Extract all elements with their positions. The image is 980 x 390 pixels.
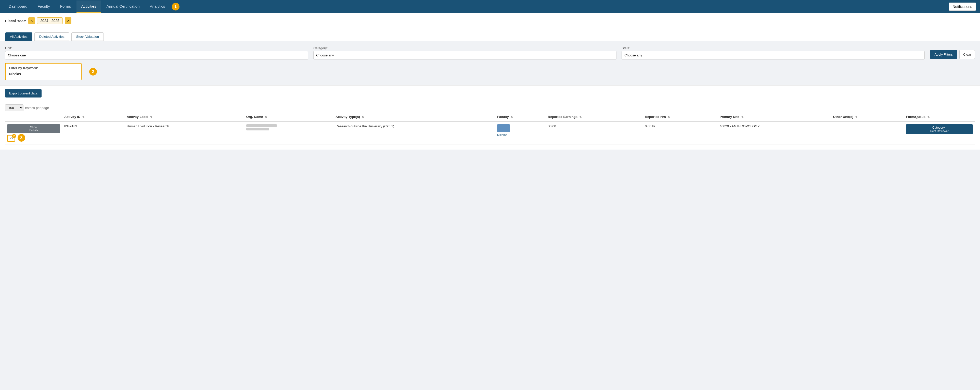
row-actions-cell: ShowDetails 🏷 2 3 [5,121,62,144]
row-form-queue: Category I Dept Reviewer [904,121,975,144]
sort-icon-activity-type[interactable]: ⇅ [362,116,364,118]
col-activity-type: Activity Type(s) ⇅ [334,112,495,121]
filter-actions: Apply Filters Clear [930,50,975,59]
filter-panel: Unit: Choose one Category: Choose any St… [0,41,980,86]
faculty-avatar [497,124,510,132]
nav-item-faculty[interactable]: Faculty [33,0,54,13]
category-filter-group: Category: Choose any [313,46,616,59]
row-activity-label: Human Evolution - Research [125,121,244,144]
activity-tabs: All Activities Deleted Activities Stock … [0,28,980,41]
entries-per-page-row: 10 25 50 100 entries per page [0,101,980,112]
category-select[interactable]: Choose any [313,51,616,59]
tag-icon: 🏷 [10,137,13,140]
nav-badge: 1 [172,3,180,10]
state-label: State: [622,46,925,50]
col-faculty: Faculty ⇅ [495,112,546,121]
category-label: Category: [313,46,616,50]
keyword-label: Filter by Keyword: [9,66,78,70]
entries-per-page-select[interactable]: 10 25 50 100 [5,104,24,111]
fiscal-year-bar: Fiscal Year: < 2024 - 2025 > [0,13,980,28]
apply-filters-button[interactable]: Apply Filters [930,50,957,59]
unit-label: Unit: [5,46,308,50]
sort-icon-primary-unit[interactable]: ⇅ [741,116,743,118]
show-details-button[interactable]: ShowDetails [7,124,60,133]
table-row: ShowDetails 🏷 2 3 8349 [5,121,975,144]
top-navigation: Dashboard Faculty Forms Activities Annua… [0,0,980,13]
col-form-queue: Form/Queue ⇅ [904,112,975,121]
tab-stock-valuation[interactable]: Stock Valuation [72,32,104,41]
col-reported-earnings: Reported Earnings ⇅ [546,112,643,121]
row-activity-id: 8349183 [62,121,125,144]
activities-table: Activity ID ⇅ Activity Label ⇅ Org. Name… [5,112,975,144]
col-activity-label: Activity Label ⇅ [125,112,244,121]
col-actions [5,112,62,121]
tag-count-badge: 2 [12,134,16,138]
state-select[interactable]: Choose any [622,51,925,59]
col-primary-unit: Primary Unit ⇅ [718,112,831,121]
sort-icon-activity-id[interactable]: ⇅ [82,116,84,118]
entries-per-page-label: entries per page [25,106,49,110]
row-faculty: Nicolas [495,121,546,144]
row-activity-type: Research outside the University (Cat. 1) [334,121,495,144]
sort-icon-faculty[interactable]: ⇅ [511,116,513,118]
sort-icon-org-name[interactable]: ⇅ [265,116,267,118]
toolbar: Export current data [0,86,980,101]
table-header-row: Activity ID ⇅ Activity Label ⇅ Org. Name… [5,112,975,121]
unit-select[interactable]: Choose one [5,51,308,59]
tag-button[interactable]: 🏷 2 [7,135,15,142]
fiscal-year-label: Fiscal Year: [5,19,26,23]
nav-item-forms[interactable]: Forms [56,0,76,13]
step2-badge: 2 [89,68,97,75]
sort-icon-other-units[interactable]: ⇅ [855,116,858,118]
row-reported-hrs: 0.00 hr [643,121,718,144]
sort-icon-activity-label[interactable]: ⇅ [150,116,152,118]
fiscal-prev-button[interactable]: < [28,18,35,24]
sort-icon-reported-hrs[interactable]: ⇅ [668,116,670,118]
nav-item-dashboard[interactable]: Dashboard [4,0,32,13]
nav-item-activities[interactable]: Activities [76,0,101,13]
keyword-input[interactable] [9,71,78,77]
fiscal-year-value: 2024 - 2025 [37,18,63,24]
nav-item-annual-certification[interactable]: Annual Certification [102,0,144,13]
unit-filter-group: Unit: Choose one [5,46,308,59]
sort-icon-reported-earnings[interactable]: ⇅ [579,116,582,118]
export-button[interactable]: Export current data [5,89,41,98]
tab-all-activities[interactable]: All Activities [5,32,32,41]
sort-icon-form-queue[interactable]: ⇅ [928,116,929,118]
col-other-units: Other Unit(s) ⇅ [831,112,904,121]
keyword-row: Filter by Keyword: 2 [5,63,975,80]
form-queue-button[interactable]: Category I Dept Reviewer [906,124,973,134]
row-other-units [831,121,904,144]
tab-deleted-activities[interactable]: Deleted Activities [34,32,69,41]
row-reported-earnings: $0.00 [546,121,643,144]
row-primary-unit: 40020 - ANTHROPOLOGY [718,121,831,144]
col-activity-id: Activity ID ⇅ [62,112,125,121]
col-reported-hrs: Reported Hrs ⇅ [643,112,718,121]
col-org-name: Org. Name ⇅ [244,112,334,121]
row-org-name [244,121,334,144]
clear-filters-button[interactable]: Clear [959,50,975,59]
keyword-filter-group: Filter by Keyword: [5,63,81,80]
nav-item-analytics[interactable]: Analytics [145,0,170,13]
state-filter-group: State: Choose any [622,46,925,59]
notifications-button[interactable]: Notifications [949,3,976,11]
faculty-name[interactable]: Nicolas [497,133,507,137]
activities-table-container: Activity ID ⇅ Activity Label ⇅ Org. Name… [0,112,980,150]
fiscal-next-button[interactable]: > [65,18,72,24]
step3-badge: 3 [18,134,25,142]
